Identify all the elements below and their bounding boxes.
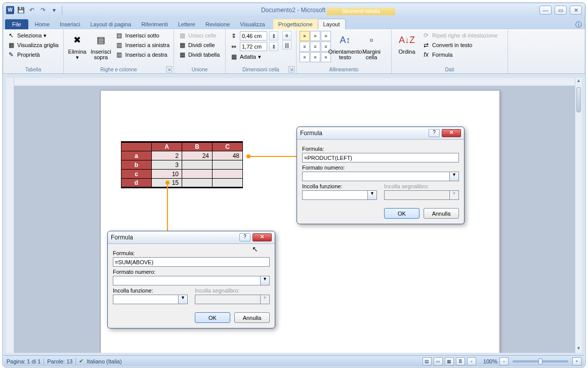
status-page[interactable]: Pagina: 1 di 1 [7,358,40,364]
scroll-up-icon[interactable]: ▲ [575,78,582,85]
align-mid-left[interactable]: ≡ [300,42,310,52]
paste-fn-combo[interactable]: ▼ [113,295,188,304]
redo-icon[interactable]: ↷ [38,6,48,15]
file-tab[interactable]: File [5,19,28,29]
properties-button[interactable]: ✎Proprietà [6,50,60,59]
split-cells-button[interactable]: ▦Dividi celle [177,40,221,50]
spinner-icon[interactable]: ⇕ [269,31,278,40]
dialog-help-button[interactable]: ? [239,233,250,241]
tab-view[interactable]: Visualizza [235,19,270,29]
col-width-control[interactable]: ⇔⇕ [229,42,279,52]
dropdown-icon[interactable]: ▼ [368,190,377,200]
paste-fn-input[interactable] [302,190,368,200]
formula-input[interactable] [302,153,459,162]
paste-fn-combo[interactable]: ▼ [302,190,377,200]
vertical-scrollbar[interactable]: ▲ ▼ [575,78,582,353]
spinner-icon[interactable]: ⇕ [269,42,278,51]
dialog-launcher-icon[interactable]: ⇲ [288,66,295,72]
zoom-in-button[interactable]: + [572,357,581,365]
align-top-left[interactable]: ≡ [300,31,310,41]
status-language[interactable]: Italiano (Italia) [87,358,122,364]
formula-input[interactable] [113,257,270,267]
close-button[interactable]: ✕ [570,6,582,15]
tab-insert[interactable]: Inserisci [55,19,85,29]
tab-review[interactable]: Revisione [200,19,235,29]
cell-c3[interactable] [213,170,243,179]
vertical-ruler[interactable] [6,78,14,353]
cell-c1[interactable]: 48 [213,151,243,160]
view-fullscreen-button[interactable]: ▭ [434,357,443,365]
tab-references[interactable]: Riferimenti [136,19,173,29]
view-web-button[interactable]: ▦ [445,357,454,365]
insert-below-button[interactable]: ▤Inserisci sotto [114,31,171,40]
numfmt-combo[interactable]: ▼ [113,276,270,285]
align-bot-center[interactable]: ≡ [310,52,320,62]
tab-design[interactable]: Progettazione [273,19,318,29]
cell-a2[interactable]: 3 [152,160,182,170]
zoom-knob[interactable] [538,358,542,364]
cell-margins-button[interactable]: ▫Margini cella [359,31,384,61]
ok-button[interactable]: OK [195,312,230,323]
ribbon-help-icon[interactable]: ⓘ [575,20,585,29]
cell-c2[interactable] [213,160,243,170]
cancel-button[interactable]: Annulla [424,208,459,219]
cell-a1[interactable]: 2 [152,151,182,160]
tab-mailings[interactable]: Lettere [173,19,200,29]
insert-left-button[interactable]: ▥Inserisci a sinistra [114,40,171,50]
autofit-button[interactable]: ▦Adatta ▾ [229,52,279,61]
dropdown-icon[interactable]: ▼ [261,276,270,285]
minimize-button[interactable]: — [539,6,552,15]
horizontal-ruler[interactable] [14,78,575,86]
demo-table[interactable]: A B C a 2 24 48 b 3 [121,141,243,188]
text-direction-button[interactable]: A↕Orientamento testo [333,31,357,61]
dialog-close-button[interactable]: ✕ [253,233,272,241]
cell-b1[interactable]: 24 [182,151,213,160]
scroll-down-icon[interactable]: ▼ [575,346,582,353]
cell-a4[interactable]: 15 [152,179,182,188]
numfmt-input[interactable] [113,276,261,285]
tab-pagelayout[interactable]: Layout di pagina [85,19,136,29]
undo-icon[interactable]: ↶ [27,6,36,15]
zoom-level[interactable]: 100% [483,358,497,364]
formula-button[interactable]: fxFormula [421,50,498,59]
view-draft-button[interactable]: ▫ [467,357,476,365]
view-gridlines-button[interactable]: ▦Visualizza griglia [6,40,60,50]
insert-right-button[interactable]: ▥Inserisci a destra [114,50,171,59]
scroll-thumb[interactable] [576,87,581,112]
save-icon[interactable]: 💾 [16,6,25,15]
distribute-rows-button[interactable]: ≡ [282,31,291,40]
col-width-input[interactable] [240,42,267,51]
distribute-cols-button[interactable]: ||| [282,40,291,50]
dialog-titlebar[interactable]: Formula ? ✕ [297,127,464,140]
row-height-control[interactable]: ⇕⇕ [229,31,279,41]
cell-b4[interactable] [182,179,213,188]
dialog-close-button[interactable]: ✕ [442,129,461,137]
view-print-layout-button[interactable]: ▤ [423,357,432,365]
proofing-icon[interactable]: ✔ [79,358,83,364]
row-height-input[interactable] [240,31,267,40]
cell-b2[interactable] [182,160,213,170]
ok-button[interactable]: OK [384,208,419,219]
split-table-button[interactable]: ▦Dividi tabella [177,50,221,59]
sort-button[interactable]: A↓ZOrdina [395,31,419,56]
cell-a3[interactable]: 10 [152,170,182,179]
zoom-slider[interactable] [513,360,568,362]
numfmt-input[interactable] [302,172,450,181]
qat-customize-icon[interactable]: ▾ [50,6,59,15]
dialog-titlebar[interactable]: Formula ? ✕ [108,231,275,244]
cell-b3[interactable] [182,170,213,179]
align-mid-center[interactable]: ≡ [310,42,320,52]
align-bot-left[interactable]: ≡ [300,52,310,62]
dialog-help-button[interactable]: ? [429,129,440,137]
convert-text-button[interactable]: ⇄Converti in testo [421,40,498,50]
align-top-center[interactable]: ≡ [310,31,320,41]
insert-above-button[interactable]: ▤Inserisci sopra [90,31,112,61]
merge-cells-button[interactable]: ▦Unisci celle [177,31,221,40]
paste-fn-input[interactable] [113,295,179,304]
select-button[interactable]: ↖Seleziona ▾ [6,31,60,40]
delete-button[interactable]: ✖Elimina▾ [67,31,88,61]
dropdown-icon[interactable]: ▼ [450,172,459,181]
cancel-button[interactable]: Annulla [234,312,270,323]
cell-c4[interactable] [213,179,243,188]
dialog-launcher-icon[interactable]: ⇲ [166,66,172,72]
